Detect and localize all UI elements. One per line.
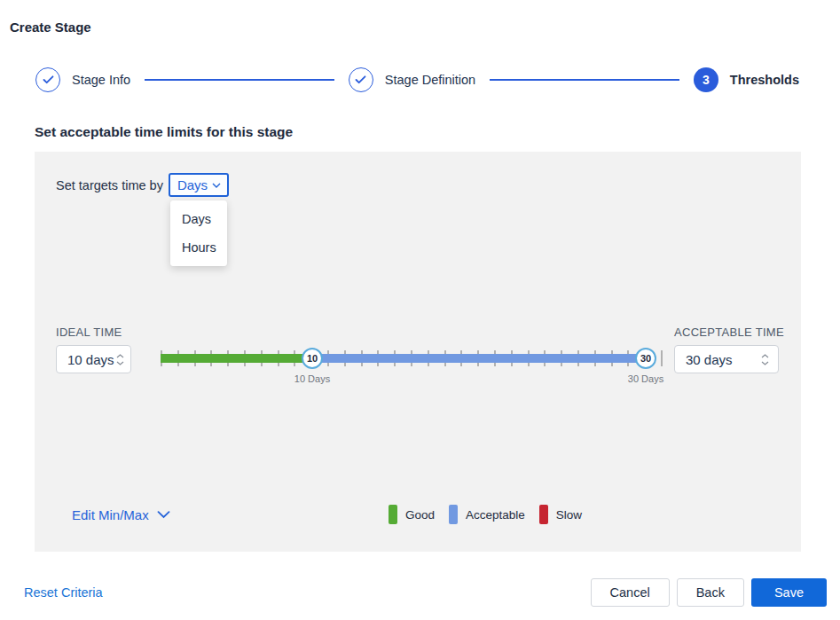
- legend-label: Good: [405, 508, 435, 522]
- legend-item-slow: Slow: [539, 505, 582, 524]
- step-label: Stage Info: [72, 73, 130, 87]
- check-icon: [43, 75, 54, 84]
- slider-max-label: 30 Days: [628, 373, 663, 384]
- step-complete-circle: [349, 67, 373, 92]
- step-label: Thresholds: [730, 73, 799, 87]
- acceptable-time-label: ACCEPTABLE TIME: [674, 326, 784, 339]
- reset-criteria-link[interactable]: Reset Criteria: [24, 585, 103, 600]
- slow-swatch: [539, 505, 548, 524]
- slider-track-acceptable[interactable]: [312, 354, 646, 363]
- step-stage-info[interactable]: Stage Info: [35, 67, 130, 92]
- step-stage-definition[interactable]: Stage Definition: [349, 67, 475, 92]
- unit-select-value: Days: [177, 177, 208, 192]
- slider-min-label: 10 Days: [294, 373, 330, 384]
- ideal-time-value: 10 days: [57, 352, 114, 367]
- cancel-button[interactable]: Cancel: [591, 578, 670, 607]
- ideal-time-input[interactable]: 10 days: [56, 345, 131, 373]
- unit-select-dropdown[interactable]: Days: [169, 173, 229, 197]
- footer-buttons: Cancel Back Save: [591, 578, 827, 607]
- ideal-time-label: IDEAL TIME: [56, 326, 122, 339]
- targets-label: Set targets time by: [56, 178, 163, 192]
- chevron-up-icon[interactable]: [761, 354, 769, 358]
- edit-minmax-label: Edit Min/Max: [72, 507, 149, 522]
- menu-item-days[interactable]: Days: [170, 205, 227, 233]
- menu-item-hours[interactable]: Hours: [170, 233, 227, 262]
- legend-label: Acceptable: [466, 508, 525, 522]
- targets-row: Set targets time by Days: [56, 173, 229, 197]
- section-heading: Set acceptable time limits for this stag…: [35, 124, 293, 140]
- chevron-down-icon[interactable]: [116, 361, 124, 365]
- good-swatch: [389, 505, 397, 524]
- stepper-connector: [490, 79, 679, 81]
- check-icon: [355, 75, 366, 84]
- chevron-up-icon[interactable]: [116, 354, 124, 358]
- slider-track-good[interactable]: [161, 354, 312, 363]
- acceptable-swatch: [449, 505, 458, 524]
- acceptable-time-value: 30 days: [675, 352, 756, 367]
- unit-select-menu: Days Hours: [170, 200, 227, 266]
- slider-handle-min[interactable]: 10: [302, 348, 323, 369]
- thresholds-panel: Set targets time by Days Days Hours IDEA…: [35, 152, 801, 552]
- acceptable-time-input[interactable]: 30 days: [674, 345, 779, 373]
- slider-handle-max[interactable]: 30: [635, 348, 656, 369]
- legend-item-good: Good: [389, 505, 435, 524]
- step-complete-circle: [35, 67, 60, 92]
- step-thresholds[interactable]: 3 Thresholds: [694, 67, 799, 92]
- page-title: Create Stage: [10, 20, 91, 35]
- step-label: Stage Definition: [385, 73, 475, 87]
- create-stage-dialog: Create Stage Stage Info Stage Definition…: [0, 0, 840, 620]
- chevron-down-icon: [212, 183, 221, 188]
- chevron-down-icon: [157, 511, 170, 519]
- legend-item-acceptable: Acceptable: [449, 505, 525, 524]
- save-button[interactable]: Save: [751, 578, 827, 607]
- back-button[interactable]: Back: [677, 578, 744, 607]
- stepper: Stage Info Stage Definition 3 Thresholds: [35, 67, 799, 92]
- ideal-time-stepper[interactable]: [114, 354, 130, 365]
- threshold-legend: Good Acceptable Slow: [389, 505, 582, 524]
- edit-minmax-link[interactable]: Edit Min/Max: [72, 507, 170, 522]
- step-number-circle: 3: [694, 67, 718, 92]
- acceptable-time-stepper[interactable]: [756, 354, 778, 365]
- stepper-connector: [145, 79, 334, 81]
- time-range-slider: 10 30 10 Days 30 Days: [161, 348, 661, 388]
- chevron-down-icon[interactable]: [761, 361, 769, 365]
- legend-label: Slow: [556, 508, 582, 522]
